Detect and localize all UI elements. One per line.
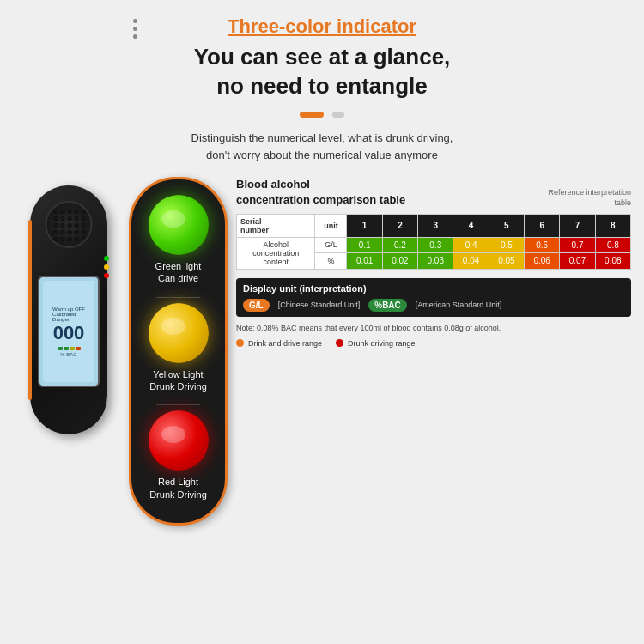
th-5: 5 (489, 214, 524, 237)
green-label-line1: Green light (155, 261, 202, 271)
th-7: 7 (560, 214, 595, 237)
divider-2 (156, 404, 200, 405)
traffic-light-panel: Green light Can drive Yellow Light Drunk… (129, 177, 228, 526)
td-pct-2: 0.02 (382, 253, 417, 270)
lcd-bar (58, 347, 81, 350)
yellow-light-circle (149, 303, 209, 363)
indicator-lights (104, 256, 109, 278)
legend-label-drink: Drink and drive range (248, 339, 322, 348)
green-light-circle (149, 195, 209, 255)
lcd-number: 000 (53, 324, 85, 343)
td-gl-8: 0.8 (595, 237, 630, 253)
legend-item-drink: Drink and drive range (236, 339, 322, 348)
traffic-light-red: Red Light Drunk Driving (149, 410, 209, 501)
td-pct-5: 0.05 (489, 253, 524, 270)
td-pct-8: 0.08 (595, 253, 630, 270)
red-label-line2: Drunk Driving (149, 489, 207, 500)
yellow-label-line1: Yellow Light (153, 369, 203, 380)
th-6: 6 (525, 214, 560, 237)
table-title-line1: Blood alcohol (236, 178, 310, 191)
title-line1: You can see at a glance, (194, 44, 451, 70)
th-serial: Serialnumber (237, 214, 315, 237)
note-text: Note: 0.08% BAC means that every 100ml o… (236, 324, 631, 332)
yellow-shine (161, 318, 185, 335)
td-unit-pct: % (315, 253, 347, 270)
th-2: 2 (382, 214, 417, 237)
speaker-dots (47, 203, 91, 246)
lcd-display: Warm up OFFCalibratedDanger 000 % BAC (43, 281, 94, 382)
subtitle-line1: Distinguish the numerical level, what is… (191, 131, 453, 144)
display-unit-row: G/L [Chinese Standard Unit] %BAC [Americ… (243, 299, 624, 312)
dot-2 (133, 27, 137, 31)
right-panel: Blood alcohol concentration comparison t… (236, 177, 644, 347)
title-black: You can see at a glance, no need to enta… (0, 43, 644, 101)
traffic-panel-body: Green light Can drive Yellow Light Drunk… (129, 177, 228, 526)
prog-dot-inactive[interactable] (332, 112, 344, 118)
green-light-label: Green light Can drive (155, 260, 202, 285)
indicator-light-yellow (104, 264, 109, 270)
td-pct-3: 0.03 (418, 253, 453, 270)
legend-item-drunk: Drunk driving range (336, 339, 416, 348)
unit-badge-gl: G/L (243, 299, 270, 312)
legend-label-drunk: Drunk driving range (348, 339, 416, 348)
unit-badge-bac: %BAC (368, 299, 407, 312)
red-light-label: Red Light Drunk Driving (149, 476, 207, 501)
td-gl-4: 0.4 (453, 237, 489, 253)
td-pct-4: 0.04 (453, 253, 489, 270)
yellow-label-line2: Drunk Driving (149, 381, 207, 392)
table-ref: Reference interpretationtable (548, 188, 631, 208)
unit-desc-bac: [American Standard Unit] (416, 301, 502, 309)
td-gl-2: 0.2 (382, 237, 417, 253)
legend-row: Drink and drive range Drunk driving rang… (236, 339, 631, 348)
breathalyzer-device: Warm up OFFCalibratedDanger 000 % BAC (30, 185, 107, 434)
red-shine (161, 426, 185, 443)
th-1: 1 (347, 214, 382, 237)
display-unit-title: Display unit (interpretation) (243, 283, 624, 294)
traffic-light-green: Green light Can drive (149, 195, 209, 285)
green-shine (161, 210, 185, 228)
header: Three-color indicator You can see at a g… (0, 0, 644, 101)
display-unit-box: Display unit (interpretation) G/L [Chine… (236, 278, 631, 317)
title-orange: Three-color indicator (0, 15, 644, 38)
page: Three-color indicator You can see at a g… (0, 0, 644, 644)
td-gl-5: 0.5 (489, 237, 524, 253)
main-content: Warm up OFFCalibratedDanger 000 % BAC (0, 177, 644, 526)
legend-dot-red (336, 339, 343, 347)
unit-desc-gl: [Chinese Standard Unit] (278, 301, 361, 309)
td-gl-6: 0.6 (525, 237, 560, 253)
table-title-line2: concentration comparison table (236, 193, 405, 206)
device-container: Warm up OFFCalibratedDanger 000 % BAC (17, 185, 120, 434)
table-title: Blood alcohol concentration comparison t… (236, 177, 405, 208)
th-3: 3 (418, 214, 453, 237)
yellow-light-label: Yellow Light Drunk Driving (149, 368, 207, 393)
subtitle-line2: don't worry about the numerical value an… (206, 149, 438, 161)
title-line2: no need to entangle (216, 73, 428, 99)
subtitle: Distinguish the numerical level, what is… (0, 130, 644, 166)
legend-dot-orange (236, 339, 244, 347)
indicator-light-green (104, 256, 109, 261)
divider-1 (156, 297, 200, 298)
th-unit: unit (315, 214, 347, 237)
traffic-light-yellow: Yellow Light Drunk Driving (149, 303, 209, 393)
td-gl-3: 0.3 (418, 237, 453, 253)
device-side-line (28, 220, 32, 400)
lcd-screen: Warm up OFFCalibratedDanger 000 % BAC (38, 276, 100, 387)
indicator-light-red (104, 273, 109, 278)
th-4: 4 (453, 214, 489, 237)
red-label-line1: Red Light (158, 477, 198, 487)
bac-table: Serialnumber unit 1 2 3 4 5 6 7 8 Alcoho (236, 214, 631, 270)
td-unit-gl: G/L (315, 237, 347, 253)
td-gl-7: 0.7 (560, 237, 595, 253)
td-gl-1: 0.1 (347, 237, 382, 253)
prog-dot-active[interactable] (300, 112, 324, 118)
nav-dots (133, 19, 137, 39)
th-8: 8 (595, 214, 630, 237)
td-pct-6: 0.06 (525, 253, 560, 270)
td-alcohol-label: Alcoholconcentrationcontent (237, 237, 315, 269)
dot-1 (133, 19, 137, 23)
red-light-circle (149, 410, 209, 471)
speaker-grill (46, 201, 93, 248)
td-pct-7: 0.07 (560, 253, 595, 270)
td-pct-1: 0.01 (347, 253, 382, 270)
dot-3 (133, 34, 137, 39)
